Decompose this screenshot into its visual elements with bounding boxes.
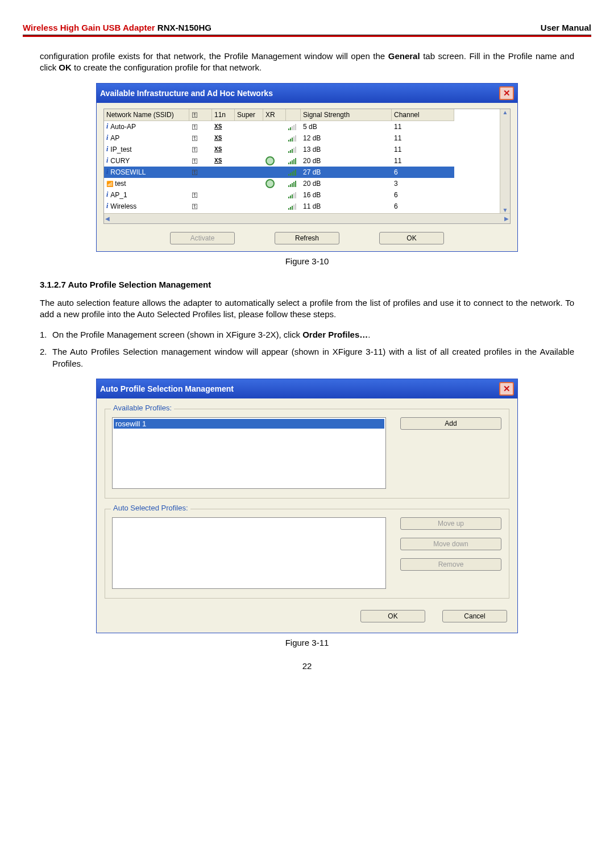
network-row-ssid[interactable]: Wireless [104,201,189,212]
col-xr[interactable]: XR [263,109,286,121]
network-row-ssid[interactable]: Auto-AP [104,121,189,132]
auto-selected-listbox[interactable] [112,517,386,589]
col-super[interactable]: Super [235,109,263,121]
network-row-xr [263,155,286,167]
intro-paragraph: configuration profile exists for that ne… [40,51,574,74]
xs-icon: XS [214,135,222,141]
network-row-channel: 6 [392,167,454,178]
network-row-bars [286,201,301,212]
numbered-list: 1. On the Profile Management screen (sho… [40,329,574,369]
network-row-security: ⚿ [189,189,212,201]
lock-icon: ⚿ [192,192,198,198]
col-signal[interactable]: Signal Strength [301,109,392,121]
auto-profile-paragraph: The auto selection feature allows the ad… [40,297,574,321]
xr-icon [265,179,275,188]
lock-icon: ⚿ [192,123,198,130]
network-row-channel: 11 [392,121,454,132]
network-row-11n [212,189,235,201]
network-row-super [235,178,263,189]
network-row-security: ⚿ [189,201,212,212]
col-11n[interactable]: 11n [212,109,235,121]
lock-icon: ⚿ [192,146,198,153]
network-row-super [235,167,263,178]
network-row-ssid[interactable]: test [104,178,189,189]
add-button[interactable]: Add [400,417,501,430]
network-row-xr [263,178,286,189]
cancel-button[interactable]: Cancel [442,610,507,622]
network-row-ssid[interactable]: ROSEWILL [104,167,189,178]
network-row-11n: XS [212,155,235,167]
group-label: Auto Selected Profiles: [111,504,190,512]
auto-profile-dialog: Auto Profile Selection Management ✕ Avai… [96,379,518,633]
network-row-security: ⚿ [189,144,212,155]
network-row-signal: 20 dB [301,178,392,189]
network-row-ssid[interactable]: AP [104,132,189,144]
close-icon[interactable]: ✕ [499,382,514,396]
network-row-signal: 5 dB [301,121,392,132]
network-row-ssid[interactable]: IP_test [104,144,189,155]
move-up-button[interactable]: Move up [400,517,501,530]
close-icon[interactable]: ✕ [499,86,514,100]
network-row-super [235,144,263,155]
infra-icon [106,156,110,165]
list-number: 2. [40,346,52,369]
xs-icon: XS [214,146,222,152]
available-profiles-listbox[interactable]: rosewill 1 [112,417,386,489]
network-row-ssid[interactable]: CURY [104,155,189,167]
network-row-bars [286,178,301,189]
ok-button[interactable]: OK [379,232,444,244]
xs-icon: XS [214,157,222,164]
figure-3-11-caption: Figure 3-11 [23,638,591,647]
horizontal-scrollbar[interactable]: ◀ ▶ [104,213,510,223]
available-profiles-group: Available Profiles: rosewill 1 Add [105,409,509,499]
infra-icon [106,134,110,142]
header-rule [23,35,591,37]
adhoc-icon [106,180,113,188]
remove-button[interactable]: Remove [400,558,501,571]
network-row-signal: 16 dB [301,189,392,201]
network-row-channel: 11 [392,155,454,167]
network-row-channel: 6 [392,189,454,201]
network-row-security: ⚿ [189,155,212,167]
list-item: 1. On the Profile Management screen (sho… [40,329,574,340]
lock-icon: ⚿ [192,169,198,176]
network-row-ssid[interactable]: AP_1 [104,189,189,201]
network-row-signal: 11 dB [301,201,392,212]
col-key-icon[interactable]: ⚿ [189,109,212,121]
network-row-bars [286,121,301,132]
network-row-signal: 12 dB [301,132,392,144]
group-label: Available Profiles: [111,404,174,412]
col-ssid[interactable]: Network Name (SSID) [104,109,189,121]
signal-bars-icon [288,169,296,176]
col-bars[interactable] [286,109,301,121]
xr-icon [265,156,275,165]
section-heading: 3.1.2.7 Auto Profile Selection Managemen… [40,280,574,289]
network-row-xr [263,144,286,155]
network-row-super [235,155,263,167]
refresh-button[interactable]: Refresh [275,232,339,244]
network-row-bars [286,189,301,201]
network-row-security [189,178,212,189]
network-row-xr [263,132,286,144]
infra-icon [106,145,110,153]
vertical-scrollbar[interactable]: ▲ ▼ [500,109,510,213]
network-row-11n: XS [212,144,235,155]
network-row-signal: 20 dB [301,155,392,167]
network-row-xr [263,189,286,201]
col-channel[interactable]: Channel [392,109,454,121]
dialog-titlebar: Auto Profile Selection Management ✕ [97,379,517,398]
move-down-button[interactable]: Move down [400,538,501,550]
signal-bars-icon [288,192,296,198]
network-row-channel: 3 [392,178,454,189]
network-row-11n [212,167,235,178]
network-listview[interactable]: Network Name (SSID) ⚿ 11n Super XR Signa… [103,109,511,224]
xs-icon: XS [214,123,222,130]
available-profile-item[interactable]: rosewill 1 [114,419,384,429]
page-header: Wireless High Gain USB Adapter RNX-N150H… [23,23,591,35]
signal-bars-icon [288,203,296,210]
available-networks-dialog: Available Infrastructure and Ad Hoc Netw… [96,83,518,252]
activate-button[interactable]: Activate [170,232,235,244]
ok-button[interactable]: OK [360,610,425,622]
key-icon: ⚿ [192,111,198,118]
header-title-red: Wireless High Gain USB Adapter [23,23,155,32]
